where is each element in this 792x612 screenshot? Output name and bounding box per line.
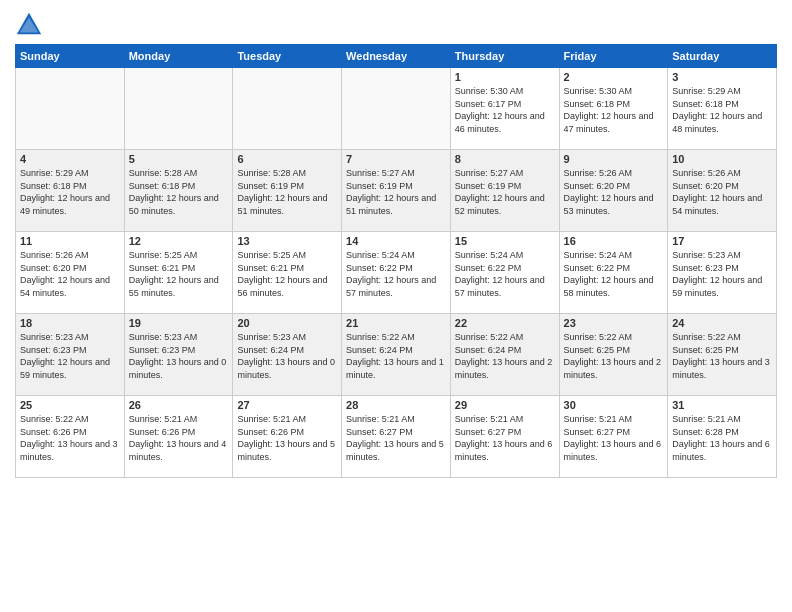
calendar-day-cell: 18Sunrise: 5:23 AMSunset: 6:23 PMDayligh… <box>16 314 125 396</box>
day-info: Sunrise: 5:21 AMSunset: 6:27 PMDaylight:… <box>346 413 446 463</box>
day-info: Sunrise: 5:27 AMSunset: 6:19 PMDaylight:… <box>455 167 555 217</box>
calendar-day-cell: 11Sunrise: 5:26 AMSunset: 6:20 PMDayligh… <box>16 232 125 314</box>
calendar-week-row: 1Sunrise: 5:30 AMSunset: 6:17 PMDaylight… <box>16 68 777 150</box>
calendar-day-cell: 30Sunrise: 5:21 AMSunset: 6:27 PMDayligh… <box>559 396 668 478</box>
calendar-week-row: 11Sunrise: 5:26 AMSunset: 6:20 PMDayligh… <box>16 232 777 314</box>
calendar-weekday-header: Wednesday <box>342 45 451 68</box>
calendar-day-cell: 25Sunrise: 5:22 AMSunset: 6:26 PMDayligh… <box>16 396 125 478</box>
logo-icon <box>15 10 43 38</box>
day-info: Sunrise: 5:24 AMSunset: 6:22 PMDaylight:… <box>564 249 664 299</box>
day-info: Sunrise: 5:29 AMSunset: 6:18 PMDaylight:… <box>672 85 772 135</box>
day-number: 17 <box>672 235 772 247</box>
day-number: 24 <box>672 317 772 329</box>
day-number: 3 <box>672 71 772 83</box>
day-number: 2 <box>564 71 664 83</box>
day-info: Sunrise: 5:26 AMSunset: 6:20 PMDaylight:… <box>20 249 120 299</box>
day-info: Sunrise: 5:23 AMSunset: 6:23 PMDaylight:… <box>20 331 120 381</box>
calendar-table: SundayMondayTuesdayWednesdayThursdayFrid… <box>15 44 777 478</box>
calendar-day-cell: 23Sunrise: 5:22 AMSunset: 6:25 PMDayligh… <box>559 314 668 396</box>
calendar-day-cell: 9Sunrise: 5:26 AMSunset: 6:20 PMDaylight… <box>559 150 668 232</box>
calendar-weekday-header: Monday <box>124 45 233 68</box>
calendar-day-cell: 3Sunrise: 5:29 AMSunset: 6:18 PMDaylight… <box>668 68 777 150</box>
day-info: Sunrise: 5:22 AMSunset: 6:26 PMDaylight:… <box>20 413 120 463</box>
calendar-day-cell: 19Sunrise: 5:23 AMSunset: 6:23 PMDayligh… <box>124 314 233 396</box>
calendar-day-cell: 17Sunrise: 5:23 AMSunset: 6:23 PMDayligh… <box>668 232 777 314</box>
day-number: 6 <box>237 153 337 165</box>
calendar-week-row: 25Sunrise: 5:22 AMSunset: 6:26 PMDayligh… <box>16 396 777 478</box>
day-number: 8 <box>455 153 555 165</box>
calendar-day-cell <box>16 68 125 150</box>
header <box>15 10 777 38</box>
calendar-day-cell: 7Sunrise: 5:27 AMSunset: 6:19 PMDaylight… <box>342 150 451 232</box>
day-info: Sunrise: 5:23 AMSunset: 6:23 PMDaylight:… <box>672 249 772 299</box>
calendar-day-cell <box>124 68 233 150</box>
day-info: Sunrise: 5:27 AMSunset: 6:19 PMDaylight:… <box>346 167 446 217</box>
day-info: Sunrise: 5:21 AMSunset: 6:27 PMDaylight:… <box>564 413 664 463</box>
day-info: Sunrise: 5:26 AMSunset: 6:20 PMDaylight:… <box>672 167 772 217</box>
calendar-day-cell: 20Sunrise: 5:23 AMSunset: 6:24 PMDayligh… <box>233 314 342 396</box>
calendar-day-cell: 4Sunrise: 5:29 AMSunset: 6:18 PMDaylight… <box>16 150 125 232</box>
calendar-day-cell: 31Sunrise: 5:21 AMSunset: 6:28 PMDayligh… <box>668 396 777 478</box>
day-number: 30 <box>564 399 664 411</box>
day-number: 21 <box>346 317 446 329</box>
calendar-day-cell: 12Sunrise: 5:25 AMSunset: 6:21 PMDayligh… <box>124 232 233 314</box>
day-info: Sunrise: 5:21 AMSunset: 6:28 PMDaylight:… <box>672 413 772 463</box>
calendar-day-cell: 28Sunrise: 5:21 AMSunset: 6:27 PMDayligh… <box>342 396 451 478</box>
day-info: Sunrise: 5:30 AMSunset: 6:17 PMDaylight:… <box>455 85 555 135</box>
day-number: 20 <box>237 317 337 329</box>
calendar-week-row: 18Sunrise: 5:23 AMSunset: 6:23 PMDayligh… <box>16 314 777 396</box>
calendar-week-row: 4Sunrise: 5:29 AMSunset: 6:18 PMDaylight… <box>16 150 777 232</box>
calendar-day-cell: 6Sunrise: 5:28 AMSunset: 6:19 PMDaylight… <box>233 150 342 232</box>
calendar-day-cell: 10Sunrise: 5:26 AMSunset: 6:20 PMDayligh… <box>668 150 777 232</box>
calendar-weekday-header: Tuesday <box>233 45 342 68</box>
day-number: 31 <box>672 399 772 411</box>
logo <box>15 10 47 38</box>
day-number: 29 <box>455 399 555 411</box>
day-info: Sunrise: 5:25 AMSunset: 6:21 PMDaylight:… <box>129 249 229 299</box>
calendar-weekday-header: Thursday <box>450 45 559 68</box>
calendar-day-cell: 2Sunrise: 5:30 AMSunset: 6:18 PMDaylight… <box>559 68 668 150</box>
day-info: Sunrise: 5:23 AMSunset: 6:24 PMDaylight:… <box>237 331 337 381</box>
calendar-day-cell: 26Sunrise: 5:21 AMSunset: 6:26 PMDayligh… <box>124 396 233 478</box>
day-number: 27 <box>237 399 337 411</box>
day-info: Sunrise: 5:29 AMSunset: 6:18 PMDaylight:… <box>20 167 120 217</box>
day-number: 18 <box>20 317 120 329</box>
calendar-day-cell: 22Sunrise: 5:22 AMSunset: 6:24 PMDayligh… <box>450 314 559 396</box>
calendar-day-cell: 27Sunrise: 5:21 AMSunset: 6:26 PMDayligh… <box>233 396 342 478</box>
day-info: Sunrise: 5:24 AMSunset: 6:22 PMDaylight:… <box>346 249 446 299</box>
day-number: 1 <box>455 71 555 83</box>
calendar-day-cell: 8Sunrise: 5:27 AMSunset: 6:19 PMDaylight… <box>450 150 559 232</box>
calendar-weekday-header: Friday <box>559 45 668 68</box>
day-info: Sunrise: 5:26 AMSunset: 6:20 PMDaylight:… <box>564 167 664 217</box>
calendar-header-row: SundayMondayTuesdayWednesdayThursdayFrid… <box>16 45 777 68</box>
day-info: Sunrise: 5:24 AMSunset: 6:22 PMDaylight:… <box>455 249 555 299</box>
calendar-day-cell: 16Sunrise: 5:24 AMSunset: 6:22 PMDayligh… <box>559 232 668 314</box>
day-number: 26 <box>129 399 229 411</box>
day-number: 5 <box>129 153 229 165</box>
calendar-day-cell: 13Sunrise: 5:25 AMSunset: 6:21 PMDayligh… <box>233 232 342 314</box>
calendar-day-cell: 24Sunrise: 5:22 AMSunset: 6:25 PMDayligh… <box>668 314 777 396</box>
day-info: Sunrise: 5:21 AMSunset: 6:27 PMDaylight:… <box>455 413 555 463</box>
calendar-day-cell: 15Sunrise: 5:24 AMSunset: 6:22 PMDayligh… <box>450 232 559 314</box>
day-number: 14 <box>346 235 446 247</box>
day-info: Sunrise: 5:30 AMSunset: 6:18 PMDaylight:… <box>564 85 664 135</box>
day-number: 25 <box>20 399 120 411</box>
calendar-weekday-header: Saturday <box>668 45 777 68</box>
day-info: Sunrise: 5:25 AMSunset: 6:21 PMDaylight:… <box>237 249 337 299</box>
day-number: 22 <box>455 317 555 329</box>
calendar-day-cell: 29Sunrise: 5:21 AMSunset: 6:27 PMDayligh… <box>450 396 559 478</box>
day-number: 28 <box>346 399 446 411</box>
day-number: 10 <box>672 153 772 165</box>
day-number: 23 <box>564 317 664 329</box>
calendar-day-cell: 21Sunrise: 5:22 AMSunset: 6:24 PMDayligh… <box>342 314 451 396</box>
day-number: 19 <box>129 317 229 329</box>
day-number: 4 <box>20 153 120 165</box>
day-info: Sunrise: 5:23 AMSunset: 6:23 PMDaylight:… <box>129 331 229 381</box>
day-info: Sunrise: 5:22 AMSunset: 6:24 PMDaylight:… <box>346 331 446 381</box>
day-number: 13 <box>237 235 337 247</box>
day-info: Sunrise: 5:28 AMSunset: 6:18 PMDaylight:… <box>129 167 229 217</box>
day-info: Sunrise: 5:22 AMSunset: 6:24 PMDaylight:… <box>455 331 555 381</box>
day-info: Sunrise: 5:28 AMSunset: 6:19 PMDaylight:… <box>237 167 337 217</box>
calendar-day-cell: 14Sunrise: 5:24 AMSunset: 6:22 PMDayligh… <box>342 232 451 314</box>
calendar-day-cell <box>233 68 342 150</box>
